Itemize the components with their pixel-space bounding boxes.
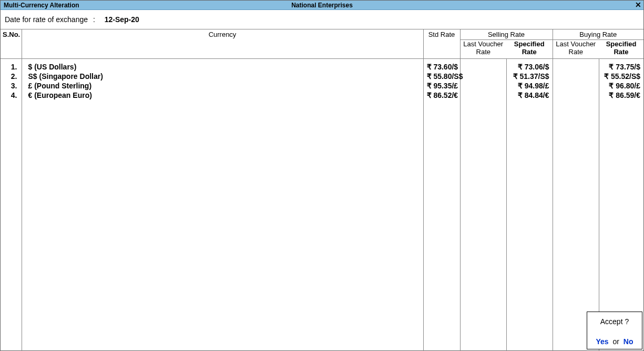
sno-column: 1. 2. 3. 4. (1, 59, 22, 352)
currency-name[interactable]: € (European Euro) (28, 91, 420, 100)
sell-sp-column: ₹ 73.06/$ ₹ 51.37/S$ ₹ 94.98/£ ₹ 84.84/€ (506, 59, 553, 352)
date-label: Date for rate of exchange (5, 15, 88, 24)
sell-lv-column (460, 59, 506, 352)
close-icon[interactable]: ✕ (635, 1, 641, 8)
multicurrency-window: Multi-Currency Alteration National Enter… (0, 0, 644, 351)
sell-sp-rate[interactable]: ₹ 51.37/S$ (510, 72, 549, 81)
std-rate[interactable]: ₹ 86.52/€ (427, 91, 457, 100)
currency-name[interactable]: $ (US Dollars) (28, 62, 420, 72)
window-title: Multi-Currency Alteration (4, 2, 79, 9)
std-rate[interactable]: ₹ 73.60/$ (427, 62, 457, 72)
col-selling-rate: Selling Rate (460, 29, 553, 40)
date-colon: : (90, 15, 103, 24)
sell-sp-rate[interactable]: ₹ 84.84/€ (510, 91, 549, 100)
title-bar: Multi-Currency Alteration National Enter… (1, 1, 643, 10)
sno: 1. (4, 62, 17, 72)
buy-lv-rate (556, 62, 596, 72)
sell-lv-rate (464, 72, 503, 81)
col-sno: S.No. (1, 29, 22, 59)
col-currency: Currency (22, 29, 423, 59)
col-sell-specified: Specified Rate (506, 40, 553, 59)
col-buy-last-voucher: Last Voucher Rate (553, 40, 599, 59)
buy-sp-column: ₹ 73.75/$ ₹ 55.52/S$ ₹ 96.80/£ ₹ 86.59/€ (599, 59, 643, 352)
accept-no-button[interactable]: No (623, 337, 633, 346)
col-sell-last-voucher: Last Voucher Rate (460, 40, 506, 59)
buy-sp-rate[interactable]: ₹ 96.80/£ (602, 81, 641, 91)
buy-lv-rate (556, 91, 596, 100)
col-std-rate: Std Rate (423, 29, 460, 59)
buy-sp-rate[interactable]: ₹ 73.75/$ (602, 62, 641, 72)
col-buy-specified: Specified Rate (599, 40, 643, 59)
buy-lv-rate (556, 72, 596, 81)
date-row: Date for rate of exchange : 12-Sep-20 (1, 10, 643, 29)
buy-lv-rate (556, 81, 596, 91)
accept-question: Accept ? (587, 317, 642, 326)
rates-table: S.No. Currency Std Rate Selling Rate Buy… (1, 29, 643, 351)
sell-sp-rate[interactable]: ₹ 73.06/$ (510, 62, 549, 72)
buy-lv-column (553, 59, 599, 352)
sell-lv-rate (464, 91, 503, 100)
std-rate[interactable]: ₹ 55.80/S$ (427, 72, 457, 81)
currency-column: $ (US Dollars) S$ (Singapore Dollar) £ (… (22, 59, 423, 352)
std-rate-column: ₹ 73.60/$ ₹ 55.80/S$ ₹ 95.35/£ ₹ 86.52/€ (423, 59, 460, 352)
date-value[interactable]: 12-Sep-20 (105, 15, 139, 24)
buy-sp-rate[interactable]: ₹ 86.59/€ (602, 91, 641, 100)
sell-lv-rate (464, 81, 503, 91)
sell-sp-rate[interactable]: ₹ 94.98/£ (510, 81, 549, 91)
accept-dialog: Accept ? Yes or No (587, 312, 642, 349)
rates-table-wrap: S.No. Currency Std Rate Selling Rate Buy… (1, 29, 643, 351)
sell-lv-rate (464, 62, 503, 72)
currency-name[interactable]: £ (Pound Sterling) (28, 81, 420, 91)
sno: 2. (4, 72, 17, 81)
std-rate[interactable]: ₹ 95.35/£ (427, 81, 457, 91)
currency-name[interactable]: S$ (Singapore Dollar) (28, 72, 420, 81)
sno: 4. (4, 91, 17, 100)
col-buying-rate: Buying Rate (553, 29, 643, 40)
accept-or: or (611, 337, 621, 346)
buy-sp-rate[interactable]: ₹ 55.52/S$ (602, 72, 641, 81)
accept-yes-button[interactable]: Yes (596, 337, 608, 346)
company-name: National Enterprises (291, 2, 353, 9)
sno: 3. (4, 81, 17, 91)
table-body-row: 1. 2. 3. 4. $ (US Dollars) S$ (Singapore… (1, 59, 643, 352)
